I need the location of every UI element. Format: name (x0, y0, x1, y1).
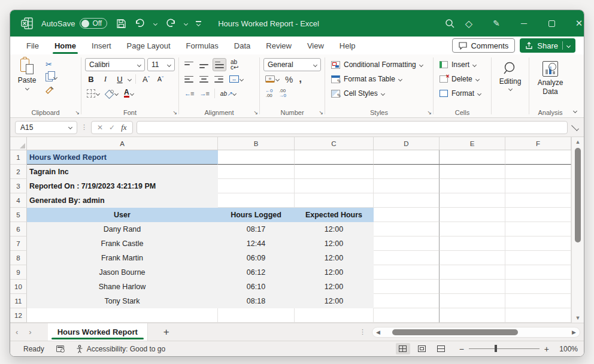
format-as-table-button[interactable]: Format as Table (329, 72, 429, 86)
alignment-dialog-launcher[interactable]: ↘ (253, 110, 258, 116)
format-painter-button[interactable] (44, 84, 59, 97)
zoom-out-button[interactable]: − (459, 344, 464, 354)
tab-insert[interactable]: Insert (84, 37, 119, 54)
decrease-font-size-button[interactable]: A (154, 73, 166, 85)
cell-F6[interactable] (505, 222, 571, 236)
cell-A7[interactable]: Frank Castle (27, 236, 218, 251)
format-cells-button[interactable]: Format (437, 86, 487, 101)
cell-B6[interactable]: 08:17 (218, 222, 295, 236)
italic-button[interactable]: I (99, 73, 111, 85)
enter-formula-button[interactable]: ✓ (109, 123, 115, 132)
cell-E6[interactable] (440, 222, 505, 236)
number-dialog-launcher[interactable]: ↘ (319, 110, 323, 116)
row-header-9[interactable]: 9 (10, 265, 27, 280)
cut-button[interactable]: ✂ (44, 57, 59, 71)
align-bottom-button[interactable] (213, 58, 226, 71)
underline-button[interactable]: U (114, 73, 126, 85)
sheet-tab-hours-worked-report[interactable]: Hours Worked Report (48, 323, 148, 341)
borders-button[interactable] (85, 87, 101, 100)
cell-B3[interactable] (218, 179, 295, 193)
align-top-button[interactable] (183, 58, 195, 71)
cell-A9[interactable]: Jason Bourne (27, 265, 218, 280)
cell-C4[interactable] (295, 193, 374, 208)
align-center-button[interactable] (198, 72, 210, 86)
cell-A10[interactable]: Shane Harlow (27, 280, 218, 294)
tab-formulas[interactable]: Formulas (178, 37, 226, 54)
cell-C5[interactable]: Expected Hours (295, 208, 374, 222)
cell-F8[interactable] (505, 251, 571, 265)
col-header-B[interactable]: B (218, 137, 295, 150)
cell-E9[interactable] (440, 265, 505, 280)
paste-dropdown-chevron[interactable] (25, 86, 29, 90)
cell-F10[interactable] (505, 280, 571, 294)
vertical-scrollbar-thumb[interactable] (575, 148, 581, 242)
redo-button[interactable] (165, 18, 176, 29)
fill-color-button[interactable] (104, 87, 120, 100)
cell-B2[interactable] (218, 165, 295, 179)
row-header-2[interactable]: 2 (10, 165, 27, 179)
next-sheet-arrow[interactable]: › (23, 327, 37, 336)
row-header-8[interactable]: 8 (10, 251, 27, 265)
font-name-select[interactable]: Calibri (85, 58, 145, 71)
cell-D2[interactable] (374, 165, 440, 179)
page-layout-view-button[interactable] (415, 343, 429, 354)
cell-A12[interactable] (27, 308, 218, 323)
tab-review[interactable]: Review (258, 37, 299, 54)
accessibility-checker[interactable]: Accessibility: Good to go (76, 345, 165, 353)
paste-button[interactable]: Paste (14, 57, 40, 97)
redo-dropdown-chevron[interactable] (184, 21, 188, 25)
name-box[interactable]: A15 (15, 121, 77, 134)
cell-D5[interactable] (374, 208, 440, 222)
cell-A8[interactable]: Frank Martin (27, 251, 218, 265)
cell-B4[interactable] (218, 193, 295, 208)
decrease-indent-button[interactable]: ←≡ (183, 87, 195, 100)
cell-D1[interactable] (374, 150, 440, 165)
font-size-select[interactable]: 11 (147, 58, 175, 71)
cell-C12[interactable] (295, 308, 374, 323)
autosave-toggle[interactable]: Off (80, 18, 107, 29)
cell-D6[interactable] (374, 222, 440, 236)
col-header-C[interactable]: C (295, 137, 374, 150)
col-header-D[interactable]: D (374, 137, 440, 150)
cell-A4[interactable]: Generated By: admin (27, 193, 218, 208)
cell-A6[interactable]: Dany Rand (27, 222, 218, 236)
cell-B11[interactable]: 08:18 (218, 294, 295, 308)
row-header-12[interactable]: 12 (10, 308, 27, 323)
cell-A1[interactable]: Hours Worked Report (27, 150, 218, 165)
cell-styles-button[interactable]: Cell Styles (329, 86, 429, 101)
font-color-button[interactable]: A (122, 87, 135, 100)
zoom-in-button[interactable]: + (544, 344, 549, 354)
cell-E10[interactable] (440, 280, 505, 294)
add-sheet-button[interactable]: + (148, 326, 185, 338)
page-break-view-button[interactable] (434, 343, 448, 354)
cell-C6[interactable]: 12:00 (295, 222, 374, 236)
tab-data[interactable]: Data (226, 37, 258, 54)
percent-style-button[interactable]: % (283, 72, 295, 86)
scroll-up-arrow-icon[interactable]: ▲ (575, 137, 581, 147)
increase-decimal-button[interactable]: ←0.00 (263, 87, 274, 100)
merge-center-button[interactable]: ↔ (228, 72, 245, 86)
row-header-10[interactable]: 10 (10, 280, 27, 294)
cell-F9[interactable] (505, 265, 571, 280)
copy-button[interactable] (44, 71, 59, 84)
horizontal-scrollbar-thumb[interactable] (392, 329, 518, 335)
row-header-3[interactable]: 3 (10, 179, 27, 193)
close-button[interactable]: ✕ (565, 10, 584, 37)
cell-F1[interactable] (505, 150, 571, 165)
undo-button[interactable] (135, 18, 146, 29)
vertical-scrollbar[interactable]: ▲ ▼ (571, 137, 584, 323)
cell-E8[interactable] (440, 251, 505, 265)
styles-dialog-launcher[interactable]: ↘ (427, 110, 432, 116)
formula-input[interactable] (137, 121, 568, 134)
cell-F12[interactable] (505, 308, 571, 323)
tab-view[interactable]: View (299, 37, 332, 54)
cell-D12[interactable] (374, 308, 440, 323)
autosave-control[interactable]: AutoSave Off (41, 18, 107, 29)
cell-C7[interactable]: 12:00 (295, 236, 374, 251)
premium-diamond-icon[interactable]: ◇ (455, 10, 483, 37)
cell-D8[interactable] (374, 251, 440, 265)
customize-quick-access-button[interactable] (196, 21, 201, 25)
cell-F2[interactable] (505, 165, 571, 179)
cell-E11[interactable] (440, 294, 505, 308)
cell-B12[interactable] (218, 308, 295, 323)
